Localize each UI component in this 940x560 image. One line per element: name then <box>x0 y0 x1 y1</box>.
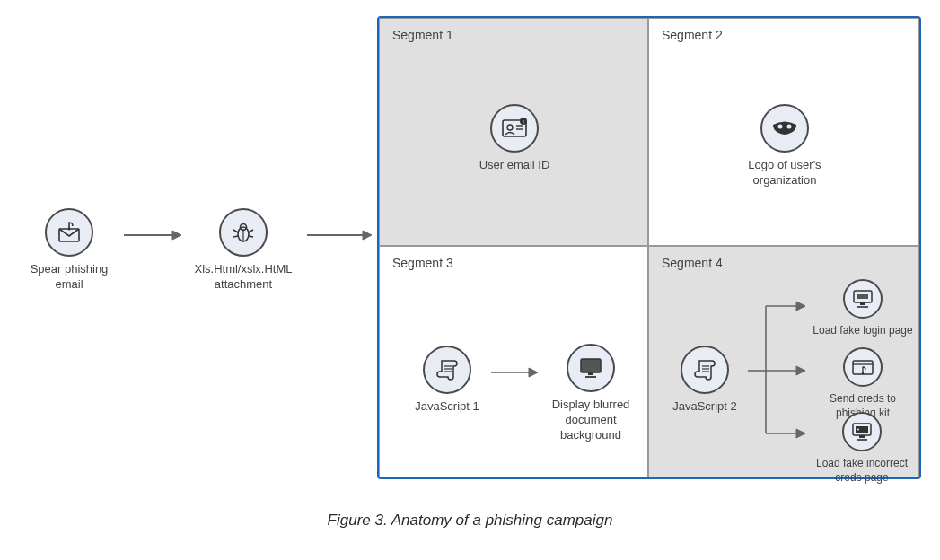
svg-rect-26 <box>581 359 601 372</box>
svg-line-9 <box>249 236 253 237</box>
figure-caption: Figure 3. Anatomy of a phishing campaign <box>0 512 940 529</box>
segment-3-title: Segment 3 <box>392 256 453 270</box>
segment-4-title: Segment 4 <box>662 256 723 270</box>
blurred-doc-node: Display blurred document background <box>541 344 640 443</box>
svg-line-8 <box>249 230 253 232</box>
monitor-icon <box>843 279 883 319</box>
segment-2-box: Segment 2 Logo of user's organization <box>648 18 919 246</box>
svg-marker-12 <box>363 231 372 240</box>
svg-rect-44 <box>857 294 868 299</box>
user-email-id-label: User email ID <box>465 158 564 173</box>
scroll-icon <box>423 346 471 394</box>
attachment-label: Xls.Html/xslx.HtML attachment <box>185 262 302 293</box>
spear-phishing-email-label: Spear phishing email <box>20 262 119 293</box>
logo-label: Logo of user's organization <box>735 158 834 188</box>
javascript2-label: JavaScript 2 <box>665 399 744 415</box>
svg-marker-37 <box>796 366 805 375</box>
svg-rect-27 <box>588 372 593 375</box>
arrow-icon <box>303 224 373 246</box>
svg-line-7 <box>233 236 238 237</box>
error-monitor-icon <box>842 412 882 451</box>
svg-rect-49 <box>859 435 865 438</box>
spear-phishing-email-node: Spear phishing email <box>20 208 119 293</box>
envelope-hook-icon <box>45 208 93 257</box>
segment-1-box: Segment 1 ! User email ID <box>379 18 648 246</box>
fake-incorrect-node: Load fake incorrect creds page <box>804 412 920 485</box>
svg-marker-25 <box>529 368 538 377</box>
svg-marker-35 <box>796 302 805 311</box>
fake-login-node: Load fake login page <box>809 279 917 338</box>
svg-point-19 <box>778 125 783 129</box>
user-email-id-node: ! User email ID <box>465 104 564 173</box>
phishing-page-icon <box>843 347 883 387</box>
fake-login-label: Load fake login page <box>809 324 917 338</box>
segment-1-title: Segment 1 <box>392 28 453 42</box>
phishing-anatomy-diagram: Spear phishing email Xls.Html/xslx.HtML … <box>0 0 940 560</box>
arrow-icon <box>120 224 183 246</box>
attachment-node: Xls.Html/xslx.HtML attachment <box>185 208 302 293</box>
segment-2-title: Segment 2 <box>662 28 723 42</box>
arrow-icon <box>489 363 540 381</box>
svg-point-14 <box>507 125 513 130</box>
id-badge-icon: ! <box>490 104 539 153</box>
logo-node: Logo of user's organization <box>735 104 834 188</box>
svg-point-20 <box>787 125 792 129</box>
bug-icon <box>219 208 268 257</box>
svg-point-47 <box>862 372 864 374</box>
javascript1-node: JavaScript 1 <box>407 346 488 415</box>
svg-rect-42 <box>860 302 865 305</box>
fake-incorrect-label: Load fake incorrect creds page <box>804 457 920 485</box>
svg-marker-3 <box>172 231 181 240</box>
javascript2-node: JavaScript 2 <box>665 346 744 415</box>
segment-3-box: Segment 3 JavaScript 1 <box>379 246 648 477</box>
send-creds-node: Send creds to phishing kit <box>809 347 917 420</box>
blurred-doc-label: Display blurred document background <box>541 398 640 443</box>
svg-point-1 <box>68 228 71 231</box>
svg-point-52 <box>857 429 859 431</box>
javascript1-label: JavaScript 1 <box>407 399 488 415</box>
mask-icon <box>760 104 809 153</box>
segment-4-box: Segment 4 JavaScript 2 <box>648 246 919 477</box>
monitor-icon <box>567 344 615 392</box>
svg-line-6 <box>233 230 238 232</box>
scroll-icon <box>681 346 729 394</box>
branch-arrows-icon <box>744 281 807 442</box>
